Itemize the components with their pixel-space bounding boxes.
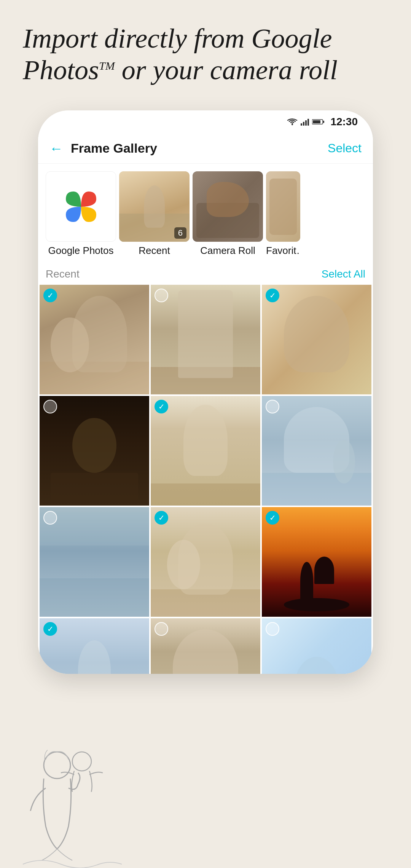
photo-checkbox-6[interactable] bbox=[266, 400, 279, 413]
photo-cell-10[interactable]: ✓ bbox=[40, 618, 149, 674]
check-icon-5: ✓ bbox=[158, 403, 165, 410]
svg-rect-1 bbox=[301, 123, 302, 126]
svg-rect-4 bbox=[307, 119, 309, 126]
recent-section-header: Recent Select All bbox=[38, 260, 373, 285]
photo-cell-6[interactable] bbox=[262, 396, 371, 506]
svg-rect-3 bbox=[305, 120, 307, 126]
bottom-illustration bbox=[11, 735, 126, 868]
trademark: TM bbox=[99, 59, 115, 72]
favorites-thumb bbox=[266, 171, 300, 242]
battery-icon bbox=[312, 119, 324, 125]
photo-cell-4[interactable] bbox=[40, 396, 149, 506]
google-photos-label: Google Photos bbox=[48, 245, 113, 257]
photo-cell-5[interactable]: ✓ bbox=[151, 396, 260, 506]
photo-cell-3[interactable]: ✓ bbox=[262, 285, 371, 394]
camera-roll-label: Camera Roll bbox=[200, 245, 255, 257]
album-recent[interactable]: 6 Recent bbox=[119, 171, 190, 257]
svg-rect-6 bbox=[313, 120, 320, 123]
google-photos-thumb bbox=[46, 171, 116, 242]
select-button[interactable]: Select bbox=[328, 141, 362, 155]
favorites-label: Favorit… bbox=[266, 245, 300, 257]
camera-roll-thumb bbox=[193, 171, 263, 242]
check-icon-10: ✓ bbox=[47, 625, 54, 633]
photo-cell-1[interactable]: ✓ bbox=[40, 285, 149, 394]
recent-label: Recent bbox=[139, 245, 170, 257]
photo-cell-12[interactable] bbox=[262, 618, 371, 674]
check-icon-8: ✓ bbox=[158, 514, 165, 522]
phone-mockup: 12:30 ← Frame Gallery Select bbox=[38, 110, 373, 674]
select-all-button[interactable]: Select All bbox=[322, 268, 365, 280]
headline-text: Import directly from Google PhotosTM or … bbox=[23, 23, 338, 85]
svg-rect-2 bbox=[303, 122, 304, 126]
svg-rect-7 bbox=[323, 121, 324, 123]
photo-cell-8[interactable]: ✓ bbox=[151, 507, 260, 617]
photo-checkbox-1[interactable]: ✓ bbox=[43, 289, 57, 302]
illustration-svg bbox=[11, 735, 126, 868]
photo-cell-11[interactable] bbox=[151, 618, 260, 674]
check-icon-9: ✓ bbox=[269, 514, 276, 522]
status-time: 12:30 bbox=[330, 116, 358, 128]
status-bar: 12:30 bbox=[38, 110, 373, 133]
photo-checkbox-7[interactable] bbox=[43, 511, 57, 525]
photo-cell-2[interactable] bbox=[151, 285, 260, 394]
album-camera-roll[interactable]: Camera Roll bbox=[193, 171, 263, 257]
check-icon-3: ✓ bbox=[269, 292, 276, 299]
headline: Import directly from Google PhotosTM or … bbox=[23, 23, 388, 86]
photo-checkbox-12[interactable] bbox=[266, 622, 279, 636]
status-icons: 12:30 bbox=[287, 116, 358, 128]
photo-cell-9[interactable]: ✓ bbox=[262, 507, 371, 617]
photo-checkbox-4[interactable] bbox=[43, 400, 57, 413]
header-title: Frame Gallery bbox=[71, 141, 328, 156]
check-icon-1: ✓ bbox=[47, 292, 54, 299]
photo-cell-7[interactable] bbox=[40, 507, 149, 617]
app-header: ← Frame Gallery Select bbox=[38, 133, 373, 164]
photo-checkbox-9[interactable]: ✓ bbox=[266, 511, 279, 525]
back-button[interactable]: ← bbox=[49, 140, 63, 156]
recent-thumb: 6 bbox=[119, 171, 190, 242]
photo-grid: ✓ ✓ bbox=[38, 285, 373, 674]
photo-checkbox-10[interactable]: ✓ bbox=[43, 622, 57, 636]
svg-point-9 bbox=[72, 752, 91, 771]
photo-checkbox-11[interactable] bbox=[155, 622, 168, 636]
recent-section-label: Recent bbox=[46, 268, 80, 280]
google-photos-icon bbox=[62, 188, 100, 226]
album-google-photos[interactable]: Google Photos bbox=[46, 171, 116, 257]
photo-checkbox-3[interactable]: ✓ bbox=[266, 289, 279, 302]
album-row: Google Photos 6 Recent bbox=[38, 164, 373, 260]
recent-badge: 6 bbox=[174, 227, 186, 239]
album-favorites[interactable]: Favorit… bbox=[266, 171, 300, 257]
photo-checkbox-5[interactable]: ✓ bbox=[155, 400, 168, 413]
photo-checkbox-2[interactable] bbox=[155, 289, 168, 302]
photo-checkbox-8[interactable]: ✓ bbox=[155, 511, 168, 525]
wifi-icon bbox=[287, 118, 298, 126]
signal-icon bbox=[301, 118, 309, 126]
svg-point-0 bbox=[292, 124, 293, 125]
